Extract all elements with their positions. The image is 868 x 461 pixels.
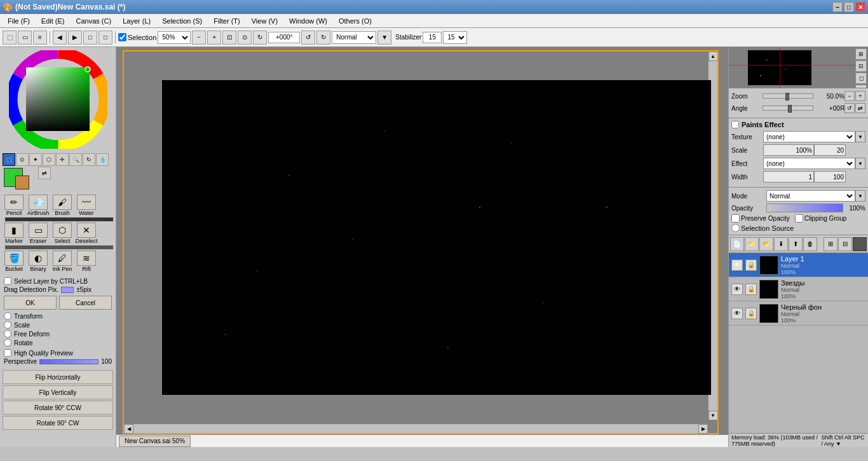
- blackbg-lock[interactable]: 🔒: [745, 308, 757, 319]
- delete-layer-btn[interactable]: 🗑: [803, 237, 817, 251]
- zvezdy-lock[interactable]: 🔒: [745, 284, 757, 295]
- layer-item-zvezdy[interactable]: 👁 🔒 Звезды Normal 100%: [729, 277, 868, 301]
- free-deform-radio[interactable]: [4, 330, 11, 338]
- layer-merge-btn[interactable]: ⊞: [824, 237, 837, 251]
- toolbar-btn-7[interactable]: □: [98, 31, 112, 45]
- layer-down-btn[interactable]: ⬇: [774, 237, 788, 251]
- marquee-tool[interactable]: ⬚: [3, 153, 15, 166]
- menu-layer[interactable]: Layer (L): [118, 16, 156, 26]
- angle-flip-btn[interactable]: ⇄: [855, 103, 865, 113]
- mode-dropdown-btn[interactable]: ▼: [855, 190, 865, 202]
- layer1-lock[interactable]: 🔒: [745, 259, 757, 271]
- opacity-slider[interactable]: [766, 203, 843, 212]
- angle-slider[interactable]: [763, 106, 813, 111]
- zoom-select[interactable]: 50%25%100%: [158, 31, 191, 44]
- maximize-button[interactable]: □: [844, 2, 854, 12]
- nav-btn-4[interactable]: ↻: [855, 85, 867, 88]
- binary-tool[interactable]: ◐ Binary: [27, 251, 50, 272]
- scale-radio[interactable]: [4, 321, 11, 329]
- rift-tool[interactable]: ≋ Rift: [75, 251, 98, 272]
- transform-radio[interactable]: [4, 312, 11, 320]
- minimize-button[interactable]: –: [832, 2, 843, 12]
- blackbg-eye[interactable]: 👁: [731, 308, 743, 319]
- menu-selection[interactable]: Selection (S): [157, 16, 207, 26]
- rotate-right-btn[interactable]: ↻: [316, 31, 330, 45]
- effect-dropdown-btn[interactable]: ▼: [855, 158, 865, 169]
- bucket-tool[interactable]: 🪣 Bucket: [3, 251, 25, 272]
- new-layer-from-file-btn[interactable]: 📁: [745, 237, 759, 251]
- move-tool[interactable]: ✛: [56, 153, 69, 166]
- menu-view[interactable]: View (V): [247, 16, 283, 26]
- toolbar-btn-5[interactable]: ▶: [68, 31, 82, 45]
- scale-value-input[interactable]: [763, 144, 814, 156]
- toolbar-btn-3[interactable]: ≡: [33, 31, 47, 45]
- zoom-tool[interactable]: 🔍: [69, 153, 82, 166]
- layer-flatten-btn[interactable]: ⊟: [838, 237, 852, 251]
- canvas-area[interactable]: ▲ ▼: [116, 47, 728, 447]
- texture-select[interactable]: (none): [763, 131, 855, 142]
- ok-button[interactable]: OK: [4, 296, 57, 310]
- brush-size-bar[interactable]: [5, 217, 113, 221]
- rotate-radio[interactable]: [4, 339, 11, 347]
- scroll-up-btn[interactable]: ▲: [709, 52, 718, 61]
- menu-canvas[interactable]: Canvas (C): [71, 16, 117, 26]
- background-color-swatch[interactable]: [15, 175, 29, 189]
- toolbar-btn-6[interactable]: □: [83, 31, 97, 45]
- ink-pen-tool[interactable]: 🖊 Ink Pen: [51, 251, 74, 272]
- perspective-slider[interactable]: [39, 359, 98, 364]
- nav-btn-3[interactable]: ◻: [855, 72, 867, 84]
- hq-preview-checkbox[interactable]: [4, 349, 11, 357]
- toolbar-btn-4[interactable]: ◀: [53, 31, 67, 45]
- eraser-tool[interactable]: ▭ Eraser: [27, 223, 50, 244]
- menu-edit[interactable]: Edit (E): [36, 16, 70, 26]
- mode-select[interactable]: Normal: [332, 31, 376, 44]
- menu-filter[interactable]: Filter (T): [208, 16, 245, 26]
- scale-num-input[interactable]: [814, 144, 846, 156]
- nav-btn-2[interactable]: ⊟: [855, 60, 867, 72]
- layer1-eye[interactable]: 👁: [731, 259, 743, 271]
- width-value-input[interactable]: [763, 171, 814, 182]
- canvas-scroll-horizontal[interactable]: ◀ ▶: [124, 423, 708, 433]
- scroll-left-btn[interactable]: ◀: [124, 424, 133, 434]
- rotate-view-tool[interactable]: ↻: [83, 153, 95, 166]
- select-tool[interactable]: ⬡ Select: [51, 223, 74, 244]
- toolbar-btn-1[interactable]: ⬚: [3, 31, 17, 45]
- texture-dropdown-btn[interactable]: ▼: [855, 131, 865, 142]
- toolbar-btn-2[interactable]: ▭: [18, 31, 32, 45]
- effect-select[interactable]: (none): [763, 158, 855, 169]
- layer-corner-btn[interactable]: [853, 237, 867, 251]
- zoom-out-btn[interactable]: −: [192, 31, 206, 45]
- color-wheel-container[interactable]: [9, 50, 107, 149]
- zoom-dec-btn[interactable]: −: [844, 91, 855, 101]
- airbrush-tool[interactable]: 💨 AirBrush: [27, 195, 50, 216]
- marker-tool[interactable]: ▮ Marker: [3, 223, 25, 244]
- flip-horizontally-button[interactable]: Flip Horizontally: [3, 370, 113, 384]
- zoom-fit-btn[interactable]: ⊡: [222, 31, 236, 45]
- zoom-reset-btn[interactable]: ⊙: [238, 31, 252, 45]
- layer-up-btn[interactable]: ⬆: [789, 237, 803, 251]
- blend-mode-select[interactable]: Normal: [766, 190, 855, 202]
- water-tool[interactable]: 〰 Water: [75, 195, 98, 216]
- new-folder-btn[interactable]: 📂: [759, 237, 773, 251]
- scroll-down-btn[interactable]: ▼: [709, 411, 718, 420]
- scroll-right-btn[interactable]: ▶: [698, 424, 708, 434]
- stabilizer-select[interactable]: 15: [443, 31, 467, 44]
- close-button[interactable]: ✕: [855, 2, 865, 12]
- zoom-slider[interactable]: [763, 93, 813, 99]
- select-layer-checkbox[interactable]: [4, 277, 11, 285]
- brush-size-bar-2[interactable]: [5, 245, 113, 249]
- width-num-input[interactable]: [814, 171, 846, 182]
- new-layer-btn[interactable]: 📄: [730, 237, 744, 251]
- offset-input[interactable]: [268, 32, 300, 43]
- nav-btn-1[interactable]: ⊞: [855, 48, 867, 60]
- zoom-in-btn[interactable]: +: [207, 31, 221, 45]
- stabilizer-input[interactable]: [423, 32, 442, 43]
- clipping-group-checkbox[interactable]: [795, 214, 803, 223]
- pencil-tool[interactable]: ✏ Pencil: [3, 195, 25, 216]
- preserve-opacity-checkbox[interactable]: [731, 214, 740, 223]
- eyedrop-tool[interactable]: 💧: [96, 153, 109, 166]
- brush-tool[interactable]: 🖌 Brush: [51, 195, 74, 216]
- layer-item-layer1[interactable]: 👁 🔒 Layer 1 Normal 100%: [729, 253, 868, 277]
- zvezdy-eye[interactable]: 👁: [731, 284, 743, 295]
- canvas-drawing[interactable]: [162, 80, 711, 395]
